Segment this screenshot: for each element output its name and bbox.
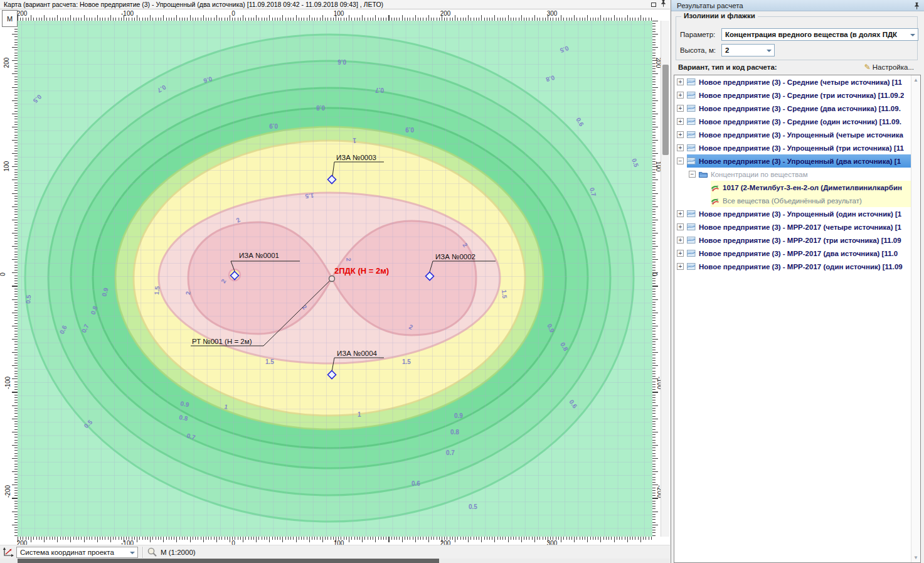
tree-row-label: Новое предприятие (3) - МРР-2017 (три ис… (699, 237, 901, 244)
tree-row[interactable]: −Концентрации по веществам (674, 168, 920, 181)
coordinate-system-select[interactable]: Система координат проекта (16, 547, 138, 558)
expand-icon[interactable]: + (677, 92, 684, 99)
tree-row[interactable]: +Новое предприятие (3) - МРР-2017 (четыр… (674, 220, 920, 233)
group-title: Изолинии и флажки (681, 12, 758, 19)
collapse-icon[interactable]: − (689, 171, 696, 178)
tree-row-label: Все вещества (Объединённый результат) (723, 197, 862, 205)
isoline-value-label: 0.9 (405, 126, 414, 133)
ruler-label: 0 (0, 272, 6, 276)
isoline-value-label: 1.5 (501, 289, 508, 299)
map-icon (687, 223, 696, 231)
tree-row[interactable]: +Новое предприятие (3) - Средние (один и… (674, 115, 920, 128)
tree-row[interactable]: +Новое предприятие (3) - Упрощенный (оди… (674, 207, 920, 220)
isoline-value-label: 0.9 (269, 122, 278, 129)
tree-scrollbar[interactable]: ▲ ▼ (911, 75, 920, 562)
pin-icon[interactable] (661, 0, 666, 9)
expand-icon[interactable]: + (677, 105, 684, 112)
window-restore-icon[interactable] (651, 3, 656, 7)
expand-icon[interactable]: + (677, 131, 684, 138)
tree-row[interactable]: +Новое предприятие (3) - МРР-2017 (два и… (674, 247, 920, 260)
ruler-label: -100 (121, 10, 134, 17)
tree-row[interactable]: +Новое предприятие (3) - Средние (три ис… (674, 88, 920, 102)
map-window-title: Карта (вариант расчета: Новое предприяти… (4, 1, 383, 8)
scroll-up-icon[interactable]: ▲ (911, 77, 920, 83)
expand-icon[interactable]: + (677, 237, 684, 244)
tree-row[interactable]: +Новое предприятие (3) - Средние (четыре… (674, 75, 920, 88)
vscroll-thumb[interactable] (662, 65, 669, 155)
ruler-label: -100 (4, 377, 11, 389)
parameter-select[interactable]: Концентрация вредного вещества (в долях … (721, 28, 918, 41)
chevron-down-icon (910, 34, 915, 36)
height-select[interactable]: 2 (721, 44, 775, 56)
statusbar-separator (142, 547, 144, 558)
chevron-down-icon (130, 552, 135, 554)
tree-row[interactable]: −Новое предприятие (3) - Упрощенный (два… (674, 154, 920, 168)
marker-label: ИЗА №0003 (336, 154, 376, 161)
results-panel-titlebar: Результаты расчета (671, 0, 924, 11)
tree-row[interactable]: +Новое предприятие (3) - Средние (два ис… (674, 102, 920, 115)
tree-row[interactable]: Все вещества (Объединённый результат) (674, 194, 920, 207)
isolines-flags-group: Изолинии и флажки Параметр: Концентрация… (676, 16, 918, 60)
tree-row-label: Новое предприятие (3) - Средние (два ист… (699, 105, 901, 112)
tree-row[interactable]: +Новое предприятие (3) - МРР-2017 (один … (674, 260, 920, 273)
isoline-value-label: 0.8 (450, 429, 459, 436)
map-icon (687, 157, 696, 165)
marker-label: РТ №001 (Н = 2м) (192, 338, 252, 345)
map-window-titlebar[interactable]: Карта (вариант расчета: Новое предприяти… (0, 0, 670, 9)
map-icon (687, 91, 696, 99)
folder-icon (699, 171, 708, 178)
tree-row[interactable]: +Новое предприятие (3) - МРР-2017 (три и… (674, 233, 920, 247)
marker-label: ИЗА №0004 (337, 350, 378, 357)
scroll-down-icon[interactable]: ▼ (911, 555, 920, 560)
map-icon (687, 78, 696, 86)
map-statusbar: Система координат проекта М (1:2000) (0, 545, 670, 559)
map-vertical-scrollbar[interactable] (661, 21, 669, 537)
calc-point-marker[interactable] (329, 276, 335, 282)
expand-icon[interactable]: + (677, 78, 684, 85)
tree-row[interactable]: +Новое предприятие (3) - Упрощенный (три… (674, 141, 920, 154)
expand-icon[interactable]: + (677, 144, 684, 151)
ruler-left: 2001000-100-200 (0, 21, 18, 537)
map-horizontal-scrollbar[interactable] (0, 559, 670, 563)
expand-icon[interactable]: + (677, 250, 684, 257)
isoline-value-label: 1.5 (153, 286, 161, 295)
map-canvas[interactable]: 0.60.70.80.90.911.50.50.60.70.50.50.90.8… (18, 21, 652, 537)
ruler-label: 100 (3, 161, 10, 172)
indent-spacer (701, 184, 708, 191)
concentration-map: 0.60.70.80.90.911.50.50.60.70.50.50.90.8… (18, 21, 652, 537)
ruler-label: 200 (440, 10, 451, 17)
height-value: 2 (725, 46, 729, 54)
ruler-top: 200-1000100200300 (18, 9, 652, 21)
tree-row-label: Новое предприятие (3) - Средние (один ис… (699, 118, 901, 126)
coordinate-system-icon (3, 547, 14, 557)
ruler-label: 200 (3, 58, 10, 68)
expand-icon[interactable]: + (677, 263, 684, 270)
isoline-value-label: 1 (358, 411, 361, 418)
tree-row[interactable]: +Новое предприятие (3) - Упрощенный (чет… (674, 128, 920, 141)
collapse-icon[interactable]: − (677, 158, 684, 164)
expand-icon[interactable]: + (677, 118, 684, 125)
isoline-value-label: 0.5 (469, 503, 477, 510)
expand-icon[interactable]: + (677, 210, 684, 217)
map-window: Карта (вариант расчета: Новое предприяти… (0, 0, 670, 563)
zoom-icon[interactable] (147, 547, 157, 557)
isoline-value-label: 1.5 (305, 192, 314, 200)
pin-icon[interactable] (914, 2, 920, 13)
tree-row[interactable]: 1017 (2-Метилбут-3-ен-2-ол (Диметилвинил… (674, 181, 920, 194)
isoline-value-label: 0.5 (24, 294, 32, 304)
height-label: Высота, м: (680, 46, 716, 54)
tree-row-label: 1017 (2-Метилбут-3-ен-2-ол (Диметилвинил… (723, 184, 902, 191)
ruler-label: 300 (547, 10, 558, 17)
settings-link[interactable]: ✎Настройка... (864, 63, 914, 72)
expand-icon[interactable]: + (677, 223, 684, 230)
ruler-label: -200 (4, 485, 11, 498)
parameter-label: Параметр: (680, 31, 715, 38)
map-icon (687, 249, 696, 257)
results-tree: +Новое предприятие (3) - Средние (четыре… (674, 75, 921, 563)
tree-row-label: Новое предприятие (3) - Упрощенный (три … (699, 144, 904, 152)
isoline-value-label: 1 (353, 137, 356, 144)
map-icon (687, 262, 696, 271)
isoline-value-label: 1.5 (265, 358, 274, 365)
hscroll-thumb[interactable] (18, 559, 439, 563)
results-panel: Результаты расчета Изолинии и флажки Пар… (671, 0, 924, 563)
